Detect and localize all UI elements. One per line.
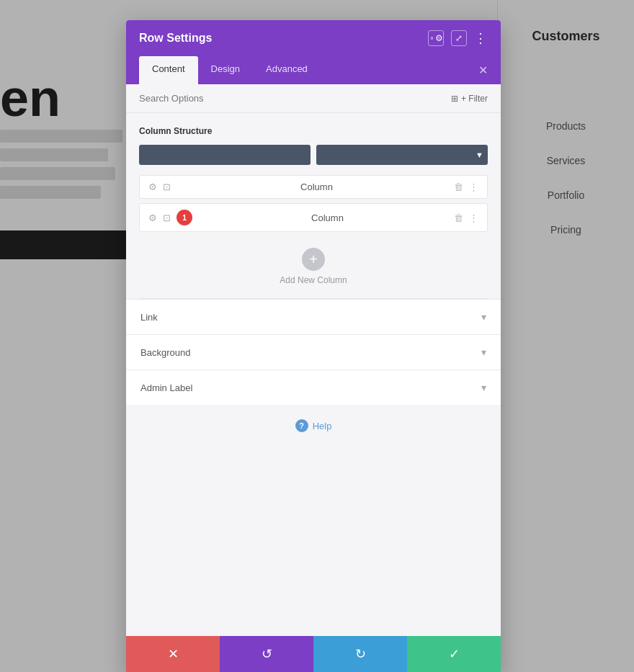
search-input[interactable] bbox=[139, 93, 451, 104]
modal: Row Settings ⚙ ⤢ ⋮ Content Design Advanc… bbox=[126, 20, 501, 672]
admin-label-section-header[interactable]: Admin Label ▾ bbox=[126, 370, 501, 405]
column-row-2-settings-icon[interactable]: ⚙ bbox=[148, 212, 157, 223]
column-row-1: ⚙ ⊡ Column 🗑 ⋮ bbox=[139, 175, 488, 199]
column-structure-section: Column Structure ▼ ⚙ ⊡ Column bbox=[126, 113, 501, 298]
column-bar-2-wrapper[interactable]: ▼ bbox=[316, 145, 488, 165]
redo-button[interactable]: ↻ bbox=[313, 636, 407, 672]
column-structure-bars[interactable]: ▼ bbox=[139, 145, 488, 165]
save-button[interactable]: ✓ bbox=[407, 636, 501, 672]
link-section-header[interactable]: Link ▾ bbox=[126, 300, 501, 334]
column-row-2-badge: 1 bbox=[177, 210, 192, 225]
tab-advanced[interactable]: Advanced bbox=[253, 56, 321, 84]
add-column-section: + Add New Column bbox=[139, 238, 488, 298]
column-row-1-icons: ⚙ ⊡ bbox=[148, 182, 171, 192]
filter-icon: ⊞ bbox=[451, 94, 458, 104]
add-column-plus-icon: + bbox=[309, 252, 318, 266]
column-row-1-settings-icon[interactable]: ⚙ bbox=[148, 182, 157, 192]
column-row-2-delete-icon[interactable]: 🗑 bbox=[454, 212, 463, 223]
modal-header: Row Settings ⚙ ⤢ ⋮ bbox=[126, 20, 501, 56]
column-row-1-delete-icon[interactable]: 🗑 bbox=[454, 182, 463, 192]
background-section-header[interactable]: Background ▾ bbox=[126, 335, 501, 369]
filter-label: + Filter bbox=[461, 94, 488, 104]
column-row-2: ⚙ ⊡ 1 Column 🗑 ⋮ bbox=[139, 203, 488, 232]
column-bar-2-arrow: ▼ bbox=[476, 151, 483, 159]
link-label: Link bbox=[140, 312, 158, 323]
modal-footer: ✕ ↺ ↻ ✓ bbox=[126, 636, 501, 672]
modal-header-icons: ⚙ ⤢ ⋮ bbox=[428, 30, 488, 46]
column-row-2-label: Column bbox=[201, 212, 454, 223]
column-bar-1[interactable] bbox=[139, 145, 311, 165]
background-chevron-icon: ▾ bbox=[481, 346, 486, 358]
column-rows: ⚙ ⊡ Column 🗑 ⋮ ⚙ ⊡ 1 Col bbox=[139, 175, 488, 232]
more-options-icon[interactable]: ⋮ bbox=[474, 30, 488, 46]
background-section: Background ▾ bbox=[126, 334, 501, 369]
fullscreen-icon[interactable]: ⤢ bbox=[451, 30, 467, 46]
column-row-1-copy-icon[interactable]: ⊡ bbox=[163, 182, 171, 192]
column-row-1-label: Column bbox=[179, 182, 454, 192]
background-label: Background bbox=[140, 347, 190, 358]
help-text[interactable]: Help bbox=[313, 421, 332, 431]
cancel-button[interactable]: ✕ bbox=[126, 636, 220, 672]
settings-icon[interactable]: ⚙ bbox=[428, 30, 444, 46]
modal-title: Row Settings bbox=[139, 32, 212, 45]
help-icon: ? bbox=[295, 419, 308, 432]
help-row: ? Help bbox=[126, 405, 501, 447]
link-chevron-icon: ▾ bbox=[481, 311, 486, 323]
column-row-1-more-icon[interactable]: ⋮ bbox=[469, 182, 478, 192]
undo-button[interactable]: ↺ bbox=[220, 636, 313, 672]
admin-label: Admin Label bbox=[140, 382, 192, 393]
column-row-2-copy-icon[interactable]: ⊡ bbox=[163, 212, 171, 223]
filter-button[interactable]: ⊞ + Filter bbox=[451, 94, 488, 104]
search-row: ⊞ + Filter bbox=[126, 84, 501, 113]
tab-content[interactable]: Content bbox=[139, 56, 198, 84]
column-row-2-more-icon[interactable]: ⋮ bbox=[469, 212, 478, 223]
column-structure-title: Column Structure bbox=[139, 126, 488, 136]
admin-label-chevron-icon: ▾ bbox=[481, 382, 486, 393]
modal-tabs: Content Design Advanced ✕ bbox=[126, 56, 501, 84]
add-column-button[interactable]: + bbox=[302, 248, 325, 271]
add-column-label: Add New Column bbox=[280, 275, 347, 285]
admin-label-section: Admin Label ▾ bbox=[126, 369, 501, 405]
modal-close-button[interactable]: ✕ bbox=[478, 56, 488, 84]
column-row-2-icons: ⚙ ⊡ 1 bbox=[148, 210, 192, 225]
column-row-1-actions: 🗑 ⋮ bbox=[454, 182, 478, 192]
tab-design[interactable]: Design bbox=[198, 56, 253, 84]
column-row-2-actions: 🗑 ⋮ bbox=[454, 212, 478, 223]
modal-body: ⊞ + Filter Column Structure ▼ ⚙ bbox=[126, 84, 501, 672]
column-bar-2 bbox=[316, 145, 488, 165]
link-section: Link ▾ bbox=[126, 299, 501, 334]
